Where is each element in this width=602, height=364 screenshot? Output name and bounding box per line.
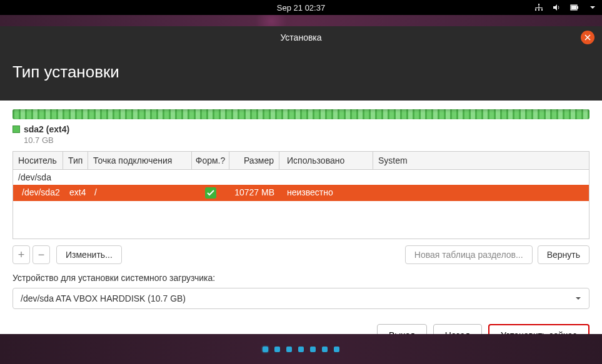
cell-format[interactable] [192, 185, 229, 201]
header-used[interactable]: Использовано [279, 152, 373, 169]
cell-size: 10727 MB [229, 185, 279, 201]
svg-rect-10 [577, 6, 578, 9]
table-row[interactable]: /dev/sda2 ext4 / 10727 MB неизвестно [13, 185, 589, 201]
chevron-down-icon [575, 293, 581, 303]
network-icon[interactable] [534, 3, 543, 12]
header-device[interactable]: Носитель [13, 152, 63, 169]
progress-dot[interactable] [274, 347, 280, 352]
battery-icon[interactable] [569, 3, 581, 12]
cell-type: ext4 [64, 185, 89, 201]
header-system[interactable]: System [373, 152, 589, 169]
bootloader-selected: /dev/sda ATA VBOX HARDDISK (10.7 GB) [21, 293, 186, 303]
svg-rect-4 [539, 5, 539, 7]
main-content: sda2 (ext4) 10.7 GB Носитель Тип Точка п… [0, 101, 602, 358]
bootloader-device-select[interactable]: /dev/sda ATA VBOX HARDDISK (10.7 GB) [13, 288, 589, 309]
partition-segment-sda2 [13, 109, 589, 119]
partition-name: sda2 (ext4) [24, 124, 69, 134]
wallpaper-strip [0, 15, 602, 26]
close-button[interactable] [581, 31, 594, 44]
page-title: Тип установки [13, 62, 589, 82]
new-partition-table-button[interactable]: Новая таблица разделов... [405, 245, 533, 264]
svg-rect-6 [536, 7, 536, 9]
header-size[interactable]: Размер [229, 152, 279, 169]
clock: Sep 21 02:37 [277, 3, 325, 12]
partition-table[interactable]: Носитель Тип Точка подключения Форм.? Ра… [13, 151, 589, 239]
svg-rect-8 [542, 7, 543, 9]
cell-used: неизвестно [279, 185, 373, 201]
svg-rect-3 [541, 9, 543, 11]
svg-rect-2 [538, 9, 539, 11]
progress-dot[interactable] [298, 347, 304, 352]
system-topbar: Sep 21 02:37 [0, 0, 602, 15]
table-row[interactable]: /dev/sda [13, 170, 589, 185]
svg-rect-11 [571, 6, 576, 9]
header-mount[interactable]: Точка подключения [88, 152, 192, 169]
progress-dot[interactable] [286, 347, 292, 352]
progress-dots [0, 334, 602, 364]
revert-button[interactable]: Вернуть [538, 245, 589, 264]
dialog-title: Установка [280, 32, 321, 42]
header-type[interactable]: Тип [63, 152, 88, 169]
progress-dot[interactable] [322, 347, 328, 352]
progress-dot[interactable] [263, 347, 268, 352]
partition-visual-bar[interactable] [13, 109, 589, 119]
volume-icon[interactable] [552, 3, 561, 12]
table-actions: + − Изменить... Новая таблица разделов..… [13, 245, 589, 264]
header-format[interactable]: Форм.? [192, 152, 229, 169]
bootloader-label: Устройство для установки системного загр… [13, 273, 589, 283]
progress-dot[interactable] [334, 347, 339, 352]
change-partition-button[interactable]: Изменить... [56, 245, 122, 264]
topbar-icons [534, 3, 596, 12]
svg-rect-1 [535, 9, 536, 11]
svg-rect-7 [539, 7, 539, 9]
cell-system [373, 185, 589, 201]
chevron-down-icon[interactable] [589, 4, 596, 11]
table-header: Носитель Тип Точка подключения Форм.? Ра… [13, 152, 589, 170]
svg-rect-0 [538, 4, 539, 5]
cell-device: /dev/sda2 [13, 185, 64, 201]
page-header: Тип установки [0, 49, 602, 101]
partition-color-swatch [13, 125, 20, 133]
add-partition-button[interactable]: + [13, 245, 30, 264]
cell-mount: / [89, 185, 192, 201]
dialog-titlebar: Установка [0, 26, 602, 49]
cell-device: /dev/sda [13, 170, 63, 185]
partition-label: sda2 (ext4) [13, 124, 589, 134]
progress-dot[interactable] [310, 347, 316, 352]
table-empty-area [13, 201, 589, 239]
close-icon [584, 34, 591, 41]
remove-partition-button[interactable]: − [33, 245, 50, 264]
partition-size: 10.7 GB [24, 135, 589, 145]
checkbox-checked-icon [205, 187, 216, 199]
